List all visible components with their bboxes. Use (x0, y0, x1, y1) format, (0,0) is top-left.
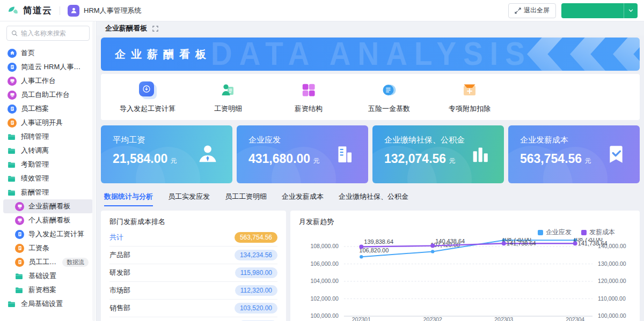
legend-swatch (538, 230, 543, 235)
department-row: 共计 563,754.56 (109, 229, 277, 247)
svg-text:100,000.00: 100,000.00 (598, 313, 626, 319)
sidebar-item[interactable]: 个人薪酬看板 (3, 213, 93, 227)
stat-card: 企业发薪成本 563,754.56元 (508, 125, 640, 183)
sidebar-item[interactable]: 简道云 HRM人事管理系统「必... (3, 60, 93, 74)
sidebar-item[interactable]: 员工档案 (3, 102, 93, 116)
user-icon (196, 143, 219, 166)
legend-label: 企业应发 (546, 228, 572, 237)
sidebar-item-label: 导入发起工资计算 (28, 229, 84, 239)
svg-text:102,000.00: 102,000.00 (310, 296, 339, 302)
tab-active[interactable]: 数据统计与分析 (104, 192, 153, 206)
sidebar-item-label: 个人薪酬看板 (28, 215, 70, 225)
department-value-badge: 115,980.00 (235, 267, 277, 278)
sidebar-item-label: 人事证明开具 (21, 118, 63, 128)
sidebar-item[interactable]: 员工工资明细数据流 (3, 255, 93, 269)
department-panel-title: 部门发薪成本排名 (109, 217, 277, 227)
sidebar-item-label: 绩效管理 (21, 174, 49, 183)
jiandaoyun-logo-icon (6, 4, 19, 17)
sidebar-item[interactable]: 绩效管理 (3, 171, 93, 185)
tab-item[interactable]: 员工工资明细 (225, 192, 267, 206)
stat-card: 企业应发 431,680.00元 (237, 125, 368, 183)
quick-action[interactable]: 导入发起工资计算 (107, 81, 188, 114)
sidebar-item[interactable]: 导入发起工资计算 (3, 227, 93, 241)
legend-label: 发薪成本 (589, 228, 615, 237)
sidebar-item[interactable]: 入转调离 (3, 144, 93, 158)
sidebar-item[interactable]: 薪酬管理 (3, 185, 93, 199)
sidebar-item-label: 人事工作台 (21, 76, 56, 86)
quick-action[interactable]: 五险一金基数 (349, 81, 429, 114)
sidebar-item-label: 薪资档案 (28, 285, 56, 295)
banner-watermark: DATA ANALYSIS (211, 38, 532, 71)
analysis-tabs: 数据统计与分析员工实发应发员工工资明细企业发薪成本企业缴纳社保、公积金 (101, 190, 640, 206)
svg-text:141,738.64: 141,738.64 (507, 240, 536, 247)
department-value-badge: 563,754.56 (235, 232, 277, 243)
stat-card-unit: 元 (313, 157, 319, 165)
sidebar-item[interactable]: 全局基础设置 (3, 297, 93, 311)
banner-chevron-decoration (527, 38, 562, 71)
quick-action[interactable]: 专项附加扣除 (429, 81, 510, 114)
department-row: 销售部 103,520.00 (109, 300, 277, 317)
sidebar-item-label: 首页 (21, 48, 35, 58)
legend-item[interactable]: 企业应发 (538, 228, 572, 237)
document-icon (8, 118, 17, 128)
sidebar-item[interactable]: 人事证明开具 (3, 116, 93, 130)
page-tab[interactable]: 企业薪酬看板 (105, 24, 147, 33)
department-row: 采购部 97,700.00 (109, 317, 277, 321)
folder-icon (15, 286, 24, 294)
sidebar-item-label: 考勤管理 (21, 160, 49, 169)
quick-action[interactable]: 薪资结构 (268, 81, 349, 114)
sidebar-item-label: 入转调离 (21, 146, 49, 155)
tab-item[interactable]: 员工实发应发 (168, 192, 210, 206)
stat-card-unit: 元 (584, 157, 591, 165)
content: 企业薪酬看板 DATA ANALYSIS 企业薪酬看板 导入发起工资计算工资明细… (97, 21, 644, 321)
department-name: 共计 (109, 233, 123, 242)
sidebar-item-label: 员工档案 (21, 104, 49, 114)
exit-fullscreen-icon (515, 8, 521, 14)
svg-text:106,820.00: 106,820.00 (359, 247, 389, 253)
sidebar-item-label: 员工自助工作台 (21, 90, 70, 100)
salary-structure-icon (299, 81, 318, 99)
sidebar-item[interactable]: 员工自助工作台 (3, 88, 93, 102)
stat-card-value: 21,584.00 (113, 152, 167, 166)
jiandaoyun-logo[interactable]: 简道云 (6, 4, 52, 17)
install-template-button[interactable]: 安装模板(带数据) (561, 3, 624, 18)
department-value-badge: 134,234.56 (235, 250, 277, 260)
sidebar-item-badge: 数据流 (62, 258, 89, 267)
search-icon (11, 30, 18, 36)
legend-item[interactable]: 发薪成本 (581, 228, 615, 237)
import-salary-icon (138, 81, 157, 99)
sidebar-item-label: 全局基础设置 (21, 299, 63, 309)
search-input[interactable] (21, 29, 85, 37)
home-icon (8, 49, 17, 58)
department-value-badge: 112,320.00 (235, 285, 277, 296)
exit-fullscreen-button[interactable]: 退出全屏 (508, 3, 556, 18)
sidebar-item[interactable]: 考勤管理 (3, 158, 93, 171)
sidebar-item[interactable]: 薪资档案 (3, 283, 93, 297)
svg-text:202302: 202302 (423, 317, 442, 321)
sidebar-item[interactable]: 首页 (3, 46, 93, 60)
svg-text:108,000.00: 108,000.00 (310, 243, 339, 249)
sidebar-item[interactable]: 基础设置 (3, 269, 93, 283)
tab-item[interactable]: 企业缴纳社保、公积金 (339, 192, 408, 206)
expand-icon[interactable] (152, 26, 158, 32)
app-chip[interactable]: HRM人事管理系统 (68, 5, 142, 17)
svg-text:139,838.64: 139,838.64 (364, 238, 393, 245)
sidebar-scrollbar[interactable] (92, 21, 96, 321)
tab-item[interactable]: 企业发薪成本 (282, 192, 324, 206)
quick-action-label: 导入发起工资计算 (120, 104, 175, 114)
special-deduction-icon (460, 81, 479, 99)
quick-action[interactable]: 工资明细 (188, 81, 268, 114)
sidebar-item[interactable]: 招聘管理 (3, 130, 93, 144)
chevron-down-icon (628, 8, 633, 13)
sidebar-item[interactable]: 人事工作台 (3, 74, 93, 88)
sidebar-item[interactable]: 企业薪酬看板 (3, 199, 93, 213)
logo-text: 简道云 (23, 4, 52, 17)
svg-text:110,000.00: 110,000.00 (598, 296, 626, 302)
quick-action-label: 专项附加扣除 (449, 104, 491, 114)
sidebar-item[interactable]: 工资条 (3, 241, 93, 255)
department-name: 产品部 (109, 250, 130, 260)
dashboard-icon (15, 202, 24, 211)
stat-card: 平均工资 21,584.00元 (101, 125, 232, 183)
svg-text:120,000.00: 120,000.00 (598, 278, 626, 284)
install-template-dropdown[interactable] (624, 3, 638, 18)
